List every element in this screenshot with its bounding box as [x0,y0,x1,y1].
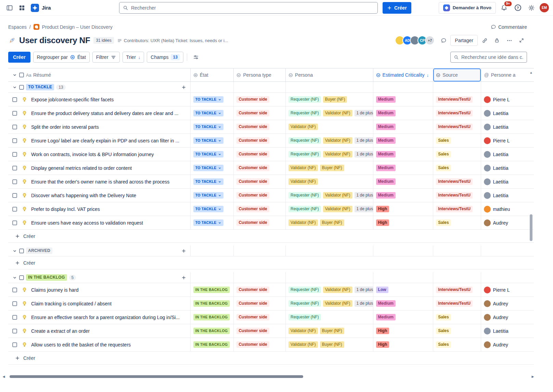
comment-link[interactable]: Commentaire [491,24,527,30]
idea-summary[interactable]: Discover what's happening with the Deliv… [31,193,136,198]
group-checkbox[interactable] [19,249,24,253]
idea-summary[interactable]: Work on contracts, invoice lots & BPU in… [31,152,154,157]
idea-search[interactable] [450,52,527,63]
row-checkbox[interactable] [12,315,17,320]
global-search-input[interactable] [131,5,374,11]
state-dropdown[interactable]: IN THE BACKLOG [193,328,230,334]
state-dropdown[interactable]: IN THE BACKLOG [193,341,230,347]
fullscreen-button[interactable] [516,35,527,46]
group-state-chip[interactable]: IN THE BACKLOG [26,274,67,281]
scroll-left-icon[interactable]: ◀ [1,375,6,378]
comments-button[interactable] [438,35,449,46]
row-checkbox[interactable] [12,111,17,116]
add-idea-button[interactable] [181,85,186,90]
state-dropdown[interactable]: IN THE BACKLOG [193,314,230,320]
criticality-chip[interactable]: High [376,328,389,334]
persona-type-chip[interactable]: Customer side [236,137,269,144]
group-checkbox[interactable] [19,85,24,90]
persona-overflow-chip[interactable]: 1 de plus [355,287,373,293]
persona-chip[interactable]: Buyer (NF) [323,96,347,103]
row-checkbox[interactable] [12,342,17,347]
column-header-personne[interactable]: @ Personne a [481,68,534,81]
persona-overflow-chip[interactable]: 1 de plus [355,300,373,307]
persona-chip[interactable]: Validator (NF) [288,341,318,348]
state-dropdown[interactable]: TO TACKLE [193,219,223,226]
persona-chip[interactable]: Validator (NF) [288,124,318,130]
create-idea-row[interactable]: Créer [8,256,534,269]
row-checkbox[interactable] [12,138,17,143]
persona-chip[interactable]: Requester (NF) [288,206,321,213]
global-search[interactable] [119,2,378,14]
person-name[interactable]: Audrey [493,220,508,226]
select-all-checkbox[interactable] [19,73,24,77]
persona-overflow-chip[interactable]: 1 de plus [355,137,373,144]
persona-type-chip[interactable]: Customer side [236,124,269,130]
state-dropdown[interactable]: TO TACKLE [193,192,223,198]
persona-overflow-chip[interactable]: 1 de plus [355,151,373,158]
persona-chip[interactable]: Validator (NF) [323,206,352,213]
group-state-chip[interactable]: TO TACKLE [26,84,54,91]
share-button[interactable]: Partager [450,35,478,46]
source-chip[interactable]: Sales [436,151,451,158]
person-name[interactable]: Pierre L [493,97,510,102]
idea-summary[interactable]: Claim tracking is complicated / absent [31,301,112,306]
persona-chip[interactable]: Requester (NF) [288,96,321,103]
state-dropdown[interactable]: TO TACKLE [193,165,223,171]
idea-search-input[interactable] [461,54,524,60]
collapse-group-icon[interactable] [12,275,17,280]
more-actions-button[interactable] [504,35,515,46]
source-chip[interactable]: Interviews/TestU [436,124,472,130]
sort-button[interactable]: Trier ↓ [123,52,144,63]
state-dropdown[interactable]: TO TACKLE [193,124,223,130]
app-switcher-icon[interactable] [16,2,27,13]
idea-summary[interactable]: Ensure an effective search for a parent … [31,315,180,320]
row-checkbox[interactable] [12,301,17,306]
rovo-button[interactable]: Demander à Rovo [439,2,496,14]
criticality-chip[interactable]: High [376,206,389,213]
persona-chip[interactable]: Validator (NF) [323,300,352,307]
group-state-chip[interactable]: ARCHIVED [26,248,52,254]
row-checkbox[interactable] [12,152,17,157]
person-name[interactable]: Laetitia [493,111,508,116]
criticality-chip[interactable]: Medium [376,137,396,144]
person-name[interactable]: Laetitia [493,124,508,130]
vertical-scrollbar-thumb[interactable] [530,214,532,241]
persona-chip[interactable]: Requester (NF) [288,287,321,293]
collapse-group-icon[interactable] [12,85,17,90]
source-chip[interactable]: Sales [436,219,451,226]
row-checkbox[interactable] [12,220,17,225]
access-lock-button[interactable] [491,35,502,46]
person-name[interactable]: Pierre L [493,287,510,293]
persona-type-chip[interactable]: Customer side [236,96,269,103]
criticality-chip[interactable]: High [376,219,389,226]
persona-chip[interactable]: Buyer (NF) [320,165,344,172]
persona-type-chip[interactable]: Customer side [236,110,269,117]
column-header-persona-type[interactable]: Persona type [233,68,285,81]
source-chip[interactable]: Sales [436,341,451,348]
persona-type-chip[interactable]: Customer side [236,341,269,348]
person-name[interactable]: Laetitia [493,193,508,198]
copy-link-button[interactable] [479,35,490,46]
source-chip[interactable]: Interviews/TestU [436,178,472,185]
person-name[interactable]: Laetitia [493,328,508,334]
persona-chip[interactable]: Validator (NF) [323,151,352,158]
person-name[interactable]: Pierre L [493,138,510,143]
idea-summary[interactable]: Prefer to display Incl. VAT prices [31,206,100,212]
source-chip[interactable]: Interviews/TestU [436,206,472,213]
state-dropdown[interactable]: IN THE BACKLOG [193,287,230,293]
persona-type-chip[interactable]: Customer side [236,165,269,172]
collapse-sidebar-icon[interactable] [4,2,15,13]
source-chip[interactable]: Sales [436,137,451,144]
persona-type-chip[interactable]: Customer side [236,206,269,213]
row-checkbox[interactable] [12,207,17,212]
row-checkbox[interactable] [12,288,17,292]
persona-type-chip[interactable]: Customer side [236,328,269,334]
criticality-chip[interactable]: Medium [376,314,396,321]
user-avatar[interactable]: EM [540,3,549,12]
persona-chip[interactable]: Validator (NF) [323,192,352,199]
criticality-chip[interactable]: Medium [376,165,396,172]
settings-button[interactable] [526,2,537,13]
idea-summary[interactable]: Allow users to edit the basket of the re… [31,342,131,347]
persona-chip[interactable]: Validator (NF) [288,165,318,172]
criticality-chip[interactable]: Medium [376,96,396,103]
